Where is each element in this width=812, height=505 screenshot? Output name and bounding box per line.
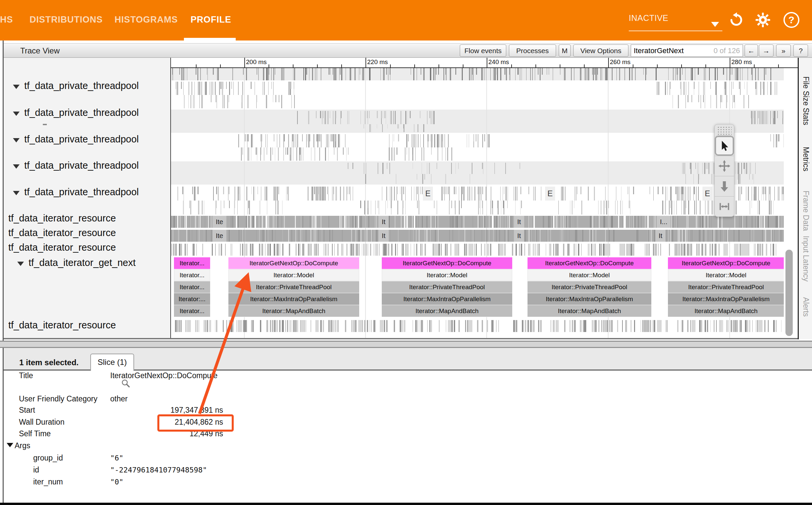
track-label[interactable]: tf_data_private_threadpool bbox=[24, 160, 139, 171]
gear-icon[interactable] bbox=[755, 12, 771, 28]
collapse-arrow-icon[interactable] bbox=[13, 164, 20, 169]
trace-slice[interactable]: Iterator::PrivateThreadPool bbox=[382, 281, 512, 293]
more-button[interactable]: » bbox=[776, 44, 791, 57]
trace-event-tick bbox=[224, 95, 225, 108]
tab-hs[interactable]: HS bbox=[0, 15, 13, 25]
palette-drag-handle[interactable] bbox=[717, 126, 732, 135]
trace-event-tick bbox=[685, 187, 686, 200]
pan-tool[interactable] bbox=[715, 156, 734, 176]
trace-event-tick bbox=[531, 320, 531, 332]
help-icon[interactable]: ? bbox=[783, 12, 799, 28]
track-label[interactable]: tf_data_iterator_resource bbox=[8, 320, 116, 331]
trace-slice[interactable]: IteratorGetNextOp::DoCompute bbox=[528, 257, 651, 269]
track-label[interactable]: tf_data_iterator_get_next bbox=[29, 257, 136, 268]
iterator-resource-row[interactable] bbox=[171, 244, 784, 256]
button-flow-events[interactable]: Flow events bbox=[460, 44, 506, 57]
trace-event-tick bbox=[512, 216, 512, 228]
trace-slice[interactable]: Iterator... bbox=[174, 281, 210, 293]
trace-event-tick bbox=[609, 216, 610, 228]
trace-slice[interactable]: Iterator::MapAndBatch bbox=[228, 305, 359, 317]
trace-slice[interactable]: Iterator::MaxIntraOpParallelism bbox=[668, 293, 784, 305]
collapse-arrow-icon[interactable] bbox=[17, 262, 24, 266]
track-label[interactable]: tf_data_private_threadpool bbox=[24, 134, 139, 145]
trace-event-tick bbox=[346, 147, 347, 161]
trace-slice[interactable]: IteratorGetNextOp::DoCompute bbox=[668, 257, 784, 269]
search-magnifier-icon[interactable] bbox=[121, 378, 131, 390]
selection-tool[interactable] bbox=[715, 136, 734, 156]
trace-slice[interactable]: Iterator::MaxIntraOpParallelism bbox=[228, 293, 359, 305]
button-m[interactable]: M bbox=[559, 44, 571, 57]
collapse-arrow-icon[interactable] bbox=[13, 85, 20, 89]
collapse-arrow-icon[interactable] bbox=[13, 191, 20, 195]
trace-event-tick bbox=[435, 230, 436, 242]
trace-slice[interactable]: Iterator::PrivateThreadPool bbox=[228, 281, 359, 293]
right-tab-metrics[interactable]: Metrics bbox=[801, 147, 810, 171]
trace-slice[interactable]: Iterator::Model bbox=[668, 269, 784, 281]
trace-slice[interactable]: Iterator::MapAndBatch bbox=[668, 305, 784, 317]
button-view-options[interactable]: View Options bbox=[573, 44, 628, 57]
panel-separator[interactable] bbox=[0, 341, 812, 348]
trace-event-tick bbox=[458, 163, 459, 169]
track-label[interactable]: tf_data_private_threadpool bbox=[24, 107, 139, 118]
trace-slice[interactable]: Iterator::PrivateThreadPool bbox=[528, 281, 651, 293]
args-collapse-icon[interactable] bbox=[7, 443, 13, 447]
trace-event-tick bbox=[646, 68, 647, 75]
trace-event-tick bbox=[622, 200, 623, 214]
trace-slice[interactable]: Iterator... bbox=[174, 257, 210, 269]
collapse-arrow-icon[interactable] bbox=[13, 112, 20, 116]
trace-event-tick bbox=[489, 230, 490, 242]
iterator-resource-row[interactable] bbox=[171, 230, 784, 242]
prev-result-button[interactable]: ← bbox=[745, 44, 758, 57]
trace-slice[interactable]: Iterator::Model bbox=[528, 269, 651, 281]
track-label[interactable]: tf_data_private_threadpool bbox=[24, 80, 139, 91]
trace-slice[interactable]: IteratorGetNextOp::DoCompute bbox=[228, 257, 359, 269]
trace-event-segment bbox=[406, 244, 409, 256]
right-tab-alerts[interactable]: Alerts bbox=[801, 297, 810, 317]
trace-slice[interactable]: Iterator::PrivateThreadPool bbox=[668, 281, 784, 293]
trace-slice[interactable]: Iterator::Model bbox=[382, 269, 512, 281]
track-label[interactable]: tf_data_iterator_resource bbox=[8, 227, 116, 238]
search-box[interactable]: IteratorGetNext0 of 126 bbox=[631, 44, 743, 57]
trace-slice[interactable]: Iterator... bbox=[174, 269, 210, 281]
run-selector[interactable]: INACTIVE bbox=[629, 13, 668, 23]
trace-event-tick bbox=[740, 174, 741, 184]
trace-event-tick bbox=[277, 187, 278, 200]
help-button[interactable]: ? bbox=[793, 44, 808, 57]
zoom-tool[interactable] bbox=[715, 176, 734, 196]
vertical-scrollbar[interactable] bbox=[785, 250, 793, 336]
trace-slice[interactable]: Iterator::MapAndBatch bbox=[382, 305, 512, 317]
collapse-arrow-icon[interactable] bbox=[13, 138, 20, 142]
trace-timeline[interactable]: IteItItI...IteItItItEEEIterator...Iterat… bbox=[171, 58, 798, 339]
iterator-resource-row[interactable] bbox=[171, 216, 784, 228]
trace-event-tick bbox=[455, 68, 456, 75]
trace-slice[interactable]: IteratorGetNextOp::DoCompute bbox=[382, 257, 512, 269]
trace-slice[interactable]: Iterator::MaxIntraOpParallelism bbox=[528, 293, 651, 305]
tab-distributions[interactable]: DISTRIBUTIONS bbox=[29, 15, 103, 25]
timing-tool[interactable] bbox=[715, 196, 734, 216]
chevron-down-icon[interactable] bbox=[711, 22, 719, 27]
refresh-icon[interactable] bbox=[728, 12, 744, 28]
tab-profile[interactable]: PROFILE bbox=[191, 15, 231, 25]
track-label[interactable]: tf_data_iterator_resource bbox=[8, 242, 116, 253]
trace-slice[interactable]: Iterator... bbox=[174, 305, 210, 317]
event-marker-e[interactable]: E bbox=[545, 187, 555, 200]
trace-slice[interactable]: Iterator::MapAndBatch bbox=[528, 305, 651, 317]
trace-slice[interactable]: Iterator:... bbox=[174, 293, 210, 305]
right-tab-file-size-stats[interactable]: File Size Stats bbox=[801, 76, 810, 125]
trace-slice[interactable]: Iterator::MaxIntraOpParallelism bbox=[382, 293, 512, 305]
tab-histograms[interactable]: HISTOGRAMS bbox=[115, 15, 178, 25]
next-result-button[interactable]: → bbox=[759, 44, 774, 57]
search-input[interactable]: IteratorGetNext bbox=[631, 46, 714, 55]
button-processes[interactable]: Processes bbox=[509, 44, 556, 57]
event-marker-e[interactable]: E bbox=[702, 187, 713, 200]
trace-event-tick bbox=[337, 147, 337, 161]
iterator-resource-row[interactable] bbox=[171, 320, 784, 332]
trace-slice[interactable]: Iterator::Model bbox=[228, 269, 359, 281]
track-label[interactable]: tf_data_iterator_resource bbox=[8, 213, 116, 224]
right-tab-frame-data[interactable]: Frame Data bbox=[801, 191, 810, 231]
right-tab-input-latency[interactable]: Input Latency bbox=[801, 236, 810, 282]
event-marker-e[interactable]: E bbox=[423, 187, 433, 200]
track-label[interactable]: tf_data_private_threadpool bbox=[24, 187, 139, 197]
tab-slice[interactable]: Slice (1) bbox=[90, 354, 134, 371]
trace-event-tick bbox=[302, 216, 302, 228]
